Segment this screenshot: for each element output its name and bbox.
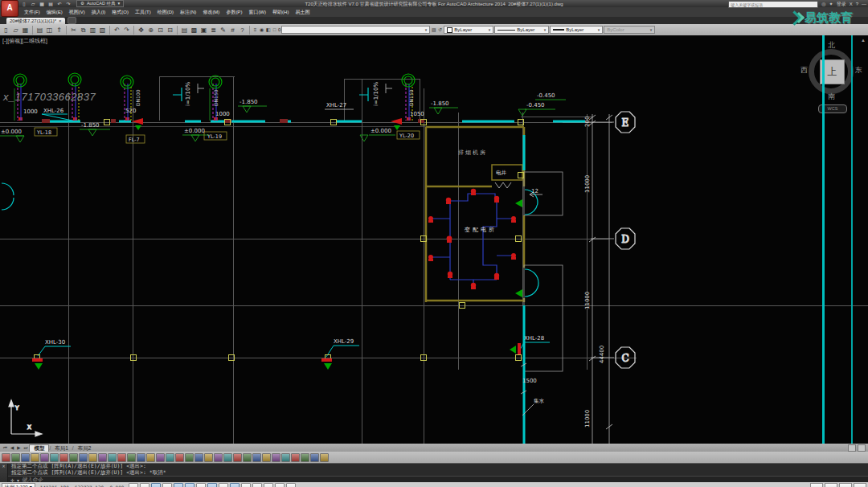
layer-dropdown[interactable] bbox=[281, 26, 430, 34]
command-window[interactable]: ✕ 指定第二个点或 [阵列(A)/退出(E)/放弃(U)] <退出>: 指定第二… bbox=[0, 463, 868, 482]
tz-tool-icon[interactable] bbox=[21, 453, 30, 462]
open-icon[interactable]: ▱ bbox=[30, 1, 36, 7]
tz-tool-icon[interactable] bbox=[79, 453, 88, 462]
tray-button[interactable] bbox=[810, 483, 823, 487]
layer-lock-icon[interactable] bbox=[272, 27, 277, 34]
minimize-button[interactable]: — bbox=[862, 2, 866, 7]
cut-icon[interactable] bbox=[69, 26, 78, 35]
menu-insert[interactable]: 插入(I) bbox=[88, 9, 109, 16]
make-layer-current-icon[interactable] bbox=[431, 27, 436, 34]
layer-properties-icon[interactable] bbox=[252, 27, 258, 34]
tab-layout1[interactable]: 布局1 bbox=[51, 444, 72, 452]
file-tab-active[interactable]: 20#楼体7.27(1)(1)(1)* × bbox=[6, 18, 65, 24]
plot-icon[interactable] bbox=[35, 26, 44, 35]
viewport-controls[interactable]: [-][俯视][二维线框] bbox=[2, 37, 47, 45]
plot-icon[interactable]: ▤ bbox=[47, 1, 54, 7]
color-dropdown[interactable]: ByLayer bbox=[444, 26, 493, 34]
tray-button[interactable] bbox=[854, 483, 866, 487]
paste-icon[interactable] bbox=[88, 26, 97, 35]
sign-in-label[interactable]: 登录 bbox=[837, 2, 846, 7]
tz-tool-icon[interactable] bbox=[204, 453, 213, 462]
sheet-set-icon[interactable] bbox=[209, 26, 218, 35]
menu-edit[interactable]: 编辑(E) bbox=[43, 9, 66, 16]
tz-tool-icon[interactable] bbox=[117, 453, 126, 462]
zoom-realtime-icon[interactable] bbox=[146, 26, 155, 35]
linetype-dropdown[interactable]: ByLayer bbox=[494, 26, 549, 34]
tz-tool-icon[interactable] bbox=[108, 453, 117, 462]
quickcalc-icon[interactable] bbox=[228, 26, 237, 35]
tz-tool-icon[interactable] bbox=[320, 453, 329, 462]
drawing-area[interactable]: Y X ±0.000 ±0.000 ±0.000 -1.850 -1.850 -… bbox=[0, 35, 868, 444]
properties-icon[interactable] bbox=[180, 26, 189, 35]
markup-icon[interactable] bbox=[219, 26, 227, 35]
undo-icon[interactable]: ↶ bbox=[56, 1, 63, 7]
tz-tool-icon[interactable] bbox=[98, 453, 107, 462]
osnap-toggle[interactable] bbox=[185, 483, 194, 487]
redo-icon[interactable] bbox=[122, 26, 131, 35]
tz-tool-icon[interactable] bbox=[194, 453, 203, 462]
workspace-switcher[interactable]: ⚙ AutoCAD 经典 ▾ bbox=[76, 0, 124, 7]
tz-tool-icon[interactable] bbox=[262, 453, 271, 462]
quickprops-toggle[interactable] bbox=[264, 483, 273, 487]
redo-icon[interactable]: ↷ bbox=[65, 1, 72, 7]
tz-tool-icon[interactable] bbox=[146, 453, 155, 462]
transparency-toggle[interactable] bbox=[252, 483, 262, 487]
tz-tool-icon[interactable] bbox=[137, 453, 145, 462]
tz-tool-icon[interactable] bbox=[127, 453, 136, 462]
snap-toggle[interactable] bbox=[140, 483, 149, 487]
menu-help[interactable]: 帮助(H) bbox=[269, 9, 292, 16]
lineweight-dropdown[interactable]: ByLayer bbox=[550, 26, 603, 34]
close-icon[interactable]: × bbox=[59, 18, 62, 24]
last-tab-icon[interactable]: ⏭ bbox=[22, 445, 29, 451]
tz-tool-icon[interactable] bbox=[50, 453, 59, 462]
next-tab-icon[interactable]: ▶ bbox=[15, 445, 22, 450]
tz-tool-icon[interactable] bbox=[291, 453, 300, 462]
grid-toggle[interactable] bbox=[151, 483, 161, 487]
menu-dimension[interactable]: 标注(N) bbox=[177, 9, 199, 16]
tz-tool-icon[interactable] bbox=[243, 453, 252, 462]
menu-parametric[interactable]: 参数(P) bbox=[223, 9, 245, 16]
layer-previous-icon[interactable] bbox=[437, 27, 443, 34]
tz-tool-icon[interactable] bbox=[88, 453, 97, 462]
viewcube-east-label[interactable]: 东 bbox=[855, 65, 862, 76]
tz-tool-icon[interactable] bbox=[301, 453, 309, 462]
polar-toggle[interactable] bbox=[174, 483, 183, 487]
dyn-toggle[interactable] bbox=[230, 483, 240, 487]
publish-icon[interactable] bbox=[55, 26, 63, 35]
tool-palettes-icon[interactable] bbox=[199, 26, 208, 35]
otrack-toggle[interactable] bbox=[207, 483, 217, 487]
layer-on-icon[interactable] bbox=[259, 27, 264, 34]
first-tab-icon[interactable]: ⏮ bbox=[2, 445, 9, 451]
tz-tool-icon[interactable] bbox=[166, 453, 174, 462]
tray-button[interactable] bbox=[839, 483, 852, 487]
tz-tool-icon[interactable] bbox=[31, 453, 39, 462]
zoom-previous-icon[interactable] bbox=[166, 26, 174, 35]
tz-tool-icon[interactable] bbox=[214, 453, 223, 462]
lineweight-toggle[interactable] bbox=[241, 483, 251, 487]
tz-tool-icon[interactable] bbox=[281, 453, 290, 462]
tz-tool-icon[interactable] bbox=[2, 453, 10, 462]
tz-tool-icon[interactable] bbox=[156, 453, 165, 462]
design-center-icon[interactable] bbox=[190, 26, 199, 35]
tz-tool-icon[interactable] bbox=[252, 453, 261, 462]
user-icon[interactable]: ✦ bbox=[829, 2, 833, 7]
search-input[interactable] bbox=[729, 2, 817, 7]
autocad-logo-button[interactable]: A bbox=[1, 0, 18, 17]
pan-icon[interactable] bbox=[137, 26, 145, 35]
scroll-up-arrow[interactable]: ▲ bbox=[861, 38, 866, 43]
tz-tool-icon[interactable] bbox=[233, 453, 242, 462]
layout-button[interactable] bbox=[848, 444, 856, 452]
tz-tool-icon[interactable] bbox=[175, 453, 184, 462]
menu-plugin[interactable]: 易土图 bbox=[292, 9, 313, 16]
tab-model[interactable]: 模型 bbox=[29, 444, 49, 452]
viewcube-west-label[interactable]: 西 bbox=[800, 65, 808, 76]
copy-icon[interactable] bbox=[79, 26, 88, 35]
ortho-toggle[interactable] bbox=[162, 483, 172, 487]
layer-freeze-icon[interactable] bbox=[265, 27, 271, 34]
help-icon[interactable]: ? bbox=[856, 2, 858, 7]
new-icon[interactable] bbox=[2, 26, 10, 35]
ducs-toggle[interactable] bbox=[219, 483, 228, 487]
menu-view[interactable]: 视图(V) bbox=[66, 9, 88, 16]
tz-tool-icon[interactable] bbox=[310, 453, 319, 462]
tz-tool-icon[interactable] bbox=[223, 453, 232, 462]
